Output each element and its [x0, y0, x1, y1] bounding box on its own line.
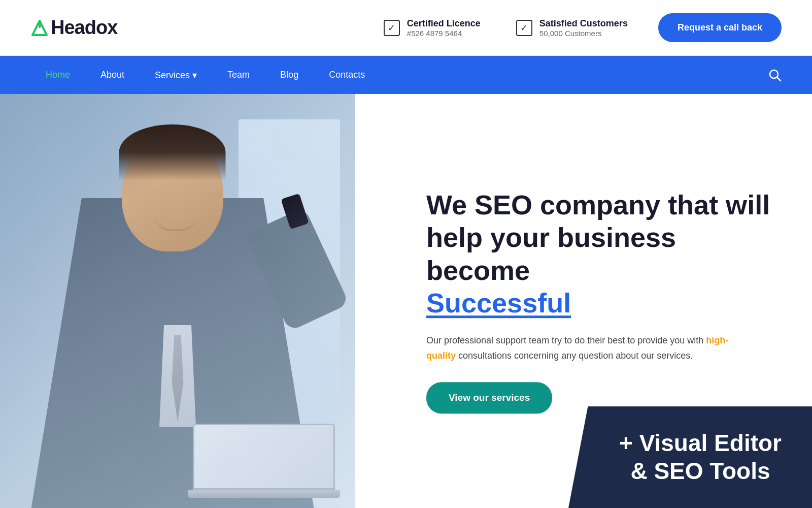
nav-item-about[interactable]: About	[85, 56, 140, 94]
logo-icon	[30, 19, 49, 37]
visual-editor-badge: + Visual Editor & SEO Tools	[568, 406, 812, 508]
badge-line1: + Visual Editor	[619, 430, 782, 456]
customers-sublabel: 50,000 Customers	[539, 29, 628, 38]
hero-section: We SEO company that will help your busin…	[0, 94, 812, 508]
hero-heading-line1: We SEO company that will	[426, 189, 770, 220]
logo[interactable]: Headox	[30, 17, 117, 39]
certified-text: Certified Licence #526 4879 5464	[407, 18, 481, 38]
topbar: Headox ✓ Certified Licence #526 4879 546…	[0, 0, 812, 56]
hero-description-after: consultations concerning any question ab…	[456, 351, 693, 361]
view-services-button[interactable]: View our services	[426, 382, 552, 414]
certified-check-icon: ✓	[384, 20, 400, 36]
badge-line2: & SEO Tools	[630, 458, 770, 484]
nav-item-blog[interactable]: Blog	[265, 56, 314, 94]
request-callback-button[interactable]: Request a call back	[658, 13, 782, 42]
hero-heading-line2: help your business become	[426, 223, 676, 286]
hero-heading: We SEO company that will help your busin…	[426, 188, 782, 319]
certified-sublabel: #526 4879 5464	[407, 29, 481, 38]
badge-text: + Visual Editor & SEO Tools	[599, 429, 782, 485]
nav-item-home[interactable]: Home	[30, 56, 85, 94]
customers-item: ✓ Satisfied Customers 50,000 Customers	[516, 18, 628, 38]
nav-item-contacts[interactable]: Contacts	[314, 56, 380, 94]
navbar: Home About Services ▾ Team Blog Contacts	[0, 56, 812, 94]
certified-item: ✓ Certified Licence #526 4879 5464	[384, 18, 481, 38]
topbar-info: ✓ Certified Licence #526 4879 5464 ✓ Sat…	[384, 18, 628, 38]
hero-content: We SEO company that will help your busin…	[426, 188, 782, 414]
laptop-decoration	[193, 424, 340, 498]
customers-label: Satisfied Customers	[539, 18, 628, 29]
customers-text: Satisfied Customers 50,000 Customers	[539, 18, 628, 38]
logo-text: Headox	[51, 17, 117, 39]
nav-item-services[interactable]: Services ▾	[140, 56, 212, 94]
hero-heading-highlight: Successful	[426, 287, 782, 319]
certified-label: Certified Licence	[407, 18, 481, 29]
hero-description-before: Our professional support team try to do …	[426, 335, 706, 345]
customers-check-icon: ✓	[516, 20, 532, 36]
svg-line-3	[777, 77, 781, 81]
search-icon[interactable]	[768, 69, 782, 82]
hero-description: Our professional support team try to do …	[426, 333, 741, 364]
nav-links: Home About Services ▾ Team Blog Contacts	[30, 56, 768, 94]
nav-item-team[interactable]: Team	[212, 56, 265, 94]
